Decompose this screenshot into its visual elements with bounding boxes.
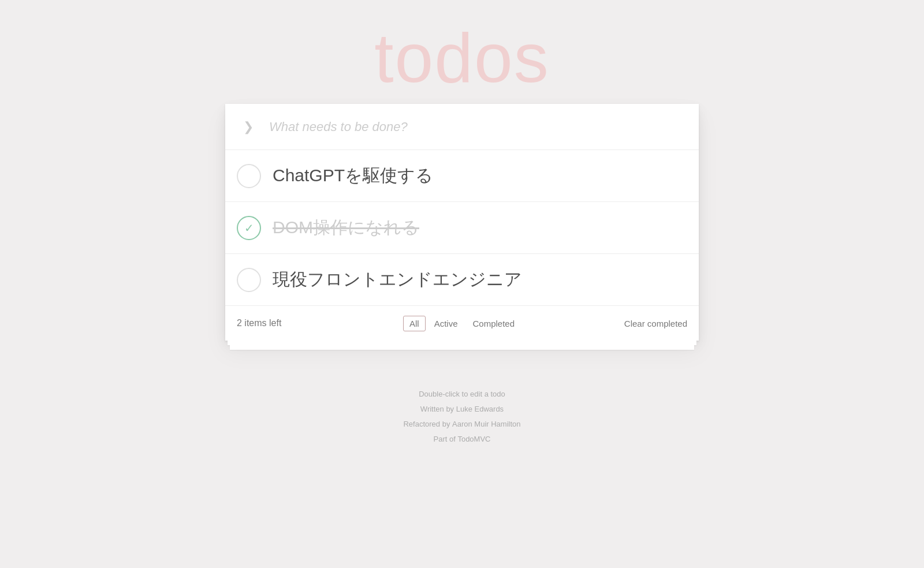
new-todo-row: ❯ xyxy=(225,104,699,150)
todo-checkbox-2[interactable] xyxy=(237,216,261,240)
double-click-hint: Double-click to edit a todo xyxy=(403,387,520,402)
refactorer-link[interactable]: Aaron Muir Hamilton xyxy=(452,420,521,428)
filter-active-button[interactable]: Active xyxy=(428,316,464,331)
filter-buttons: All Active Completed xyxy=(403,316,521,331)
todo-checkbox-1[interactable] xyxy=(237,164,261,188)
todo-text-3: 現役フロントエンドエンジニア xyxy=(273,268,687,292)
author-link[interactable]: Luke Edwards xyxy=(456,405,504,413)
filter-all-button[interactable]: All xyxy=(403,316,426,331)
toggle-all-button[interactable]: ❯ xyxy=(237,115,260,139)
written-by: Written by Luke Edwards xyxy=(403,402,520,417)
list-item: 現役フロントエンドエンジニア xyxy=(225,254,699,306)
todo-text-1: ChatGPTを駆使する xyxy=(273,164,687,188)
list-item: ChatGPTを駆使する xyxy=(225,150,699,202)
clear-completed-button[interactable]: Clear completed xyxy=(521,319,687,328)
todo-text-2: DOM操作になれる xyxy=(273,216,687,240)
part-of: Part of TodoMVC xyxy=(403,432,520,447)
footer-info: Double-click to edit a todo Written by L… xyxy=(403,387,520,447)
refactored-by: Refactored by Aaron Muir Hamilton xyxy=(403,417,520,432)
todo-footer: 2 items left All Active Completed Clear … xyxy=(225,306,699,341)
app-title: todos xyxy=(374,23,550,92)
todo-checkbox-3[interactable] xyxy=(237,268,261,292)
items-left-count: 2 items left xyxy=(237,318,403,328)
filter-completed-button[interactable]: Completed xyxy=(467,316,521,331)
list-item: DOM操作になれる xyxy=(225,202,699,254)
todo-app: ❯ ChatGPTを駆使する DOM操作になれる 現役フロントエンドエンジニア … xyxy=(225,104,699,341)
todomvc-link[interactable]: TodoMVC xyxy=(457,435,490,443)
new-todo-input[interactable] xyxy=(260,114,687,140)
